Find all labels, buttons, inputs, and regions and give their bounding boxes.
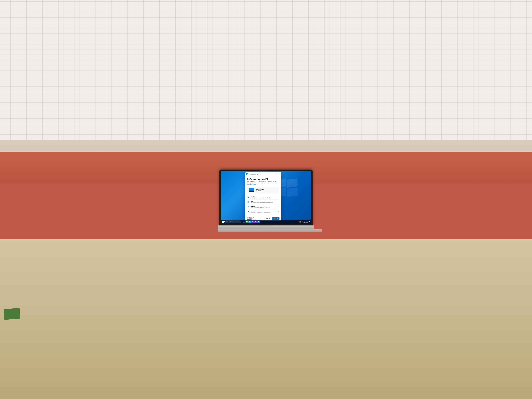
kitchen-wall-tiles: [0, 0, 170, 128]
